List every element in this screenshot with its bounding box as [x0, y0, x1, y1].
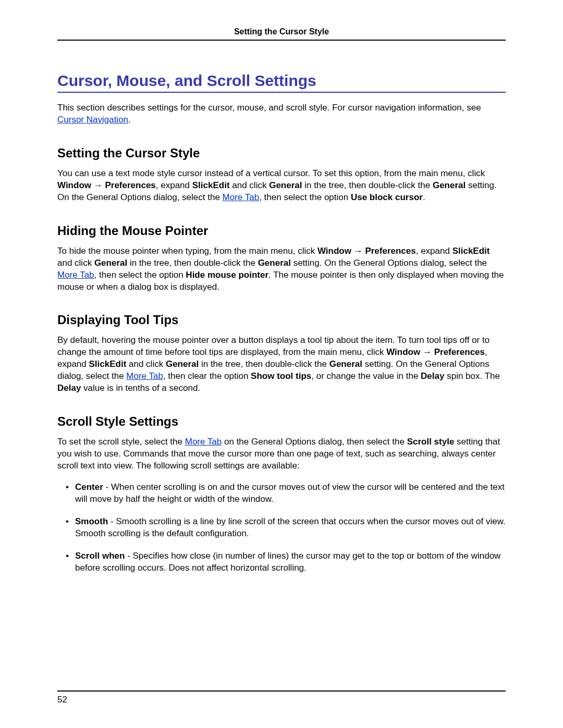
general-bold: General — [269, 180, 302, 190]
text: You can use a text mode style cursor ins… — [57, 168, 485, 178]
list-item: Center - When center scrolling is on and… — [67, 482, 506, 505]
cursor-style-paragraph: You can use a text mode style cursor ins… — [57, 168, 506, 204]
intro-text-pre: This section describes settings for the … — [57, 103, 481, 113]
section-heading-hiding-mouse: Hiding the Mouse Pointer — [57, 224, 506, 238]
scroll-paragraph: To set the scroll style, select the More… — [57, 436, 506, 472]
scroll-style-bold: Scroll style — [407, 437, 455, 447]
hiding-mouse-paragraph: To hide the mouse pointer when typing, f… — [57, 245, 506, 293]
window-bold: Window — [386, 347, 420, 357]
page: Setting the Cursor Style Cursor, Mouse, … — [0, 0, 563, 728]
intro-paragraph: This section describes settings for the … — [57, 102, 506, 126]
use-block-cursor-bold: Use block cursor — [351, 192, 423, 202]
footer-rule — [57, 690, 506, 692]
text: , expand — [156, 180, 192, 190]
preferences-bold: Preferences — [105, 180, 155, 190]
general-bold: General — [166, 359, 199, 369]
arrow-icon: → — [351, 246, 365, 256]
general-bold-2: General — [433, 180, 466, 190]
title-rule — [57, 92, 506, 93]
text: and click — [57, 258, 94, 268]
text: , then select the option — [94, 270, 186, 280]
text: and click — [126, 359, 166, 369]
delay-bold: Delay — [421, 371, 444, 381]
page-title: Cursor, Mouse, and Scroll Settings — [57, 72, 506, 90]
arrow-icon: → — [420, 347, 434, 357]
bullet-term: Smooth — [75, 516, 108, 526]
window-bold: Window — [57, 180, 91, 190]
arrow-icon: → — [91, 180, 105, 190]
header-rule — [57, 40, 506, 41]
hide-mouse-pointer-bold: Hide mouse pointer — [186, 270, 268, 280]
text: , then clear the option — [163, 371, 251, 381]
text: in the tree, then double-click the — [302, 180, 432, 190]
text: setting. On the General Options dialog, … — [291, 258, 487, 268]
section-heading-cursor-style: Setting the Cursor Style — [57, 146, 506, 161]
preferences-bold: Preferences — [434, 347, 485, 357]
list-item: Scroll when - Specifies how close (in nu… — [67, 550, 506, 574]
window-bold: Window — [317, 246, 351, 256]
bullet-term: Scroll when — [75, 551, 125, 561]
text: on the General Options dialog, then sele… — [222, 437, 407, 447]
text: spin box. The — [444, 371, 499, 381]
tooltips-paragraph: By default, hovering the mouse pointer o… — [57, 335, 506, 394]
bullet-text: - Smooth scrolling is a line by line scr… — [75, 516, 506, 538]
text: To hide the mouse pointer when typing, f… — [57, 246, 317, 256]
running-head: Setting the Cursor Style — [57, 27, 506, 40]
preferences-bold: Preferences — [365, 246, 415, 256]
text: To set the scroll style, select the — [57, 437, 185, 447]
bullet-text: - Specifies how close (in number of line… — [75, 551, 500, 573]
general-bold-2: General — [329, 359, 362, 369]
list-item: Smooth - Smooth scrolling is a line by l… — [67, 516, 506, 540]
section-heading-scroll: Scroll Style Settings — [57, 414, 506, 429]
show-tool-tips-bold: Show tool tips — [251, 371, 311, 381]
page-number: 52 — [57, 695, 67, 705]
text: , or change the value in the — [311, 371, 421, 381]
slickedit-bold: SlickEdit — [89, 359, 127, 369]
text: in the tree, then double-click the — [199, 359, 329, 369]
text: , expand — [416, 246, 452, 256]
more-tab-link[interactable]: More Tab — [185, 437, 222, 447]
more-tab-link[interactable]: More Tab — [223, 192, 260, 202]
general-bold: General — [94, 258, 127, 268]
slickedit-bold: SlickEdit — [452, 246, 490, 256]
more-tab-link[interactable]: More Tab — [126, 371, 163, 381]
intro-text-post: . — [128, 115, 131, 125]
slickedit-bold: SlickEdit — [192, 180, 230, 190]
scroll-bullets: Center - When center scrolling is on and… — [57, 482, 506, 574]
bullet-term: Center — [75, 482, 103, 492]
more-tab-link[interactable]: More Tab — [57, 270, 94, 280]
text: value is in tenths of a second. — [81, 383, 200, 393]
delay-bold-2: Delay — [57, 383, 81, 393]
general-bold-2: General — [258, 258, 291, 268]
text: . — [423, 192, 425, 202]
section-heading-tooltips: Displaying Tool Tips — [57, 313, 506, 327]
text: , then select the option — [259, 192, 351, 202]
bullet-text: - When center scrolling is on and the cu… — [75, 482, 505, 504]
cursor-navigation-link[interactable]: Cursor Navigation — [57, 115, 128, 125]
text: in the tree, then double-click the — [127, 258, 258, 268]
text: and click — [230, 180, 270, 190]
